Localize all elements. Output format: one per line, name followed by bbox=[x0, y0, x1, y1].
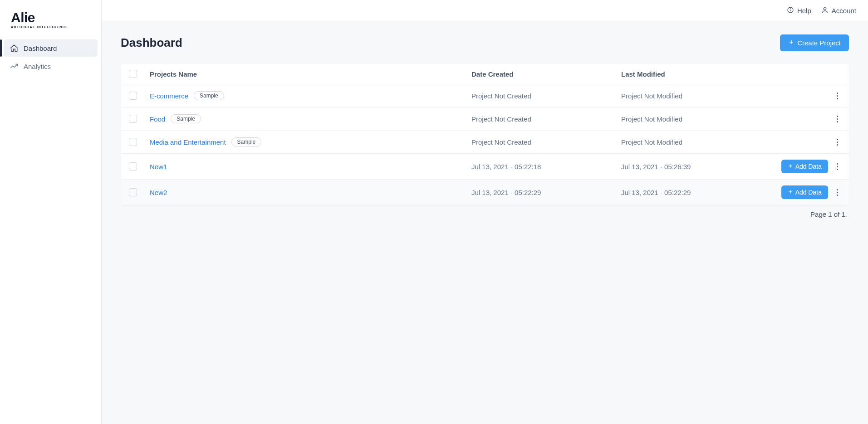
table-header-row: Projects Name Date Created Last Modified bbox=[121, 64, 849, 84]
sidebar-nav: Dashboard Analytics bbox=[0, 37, 101, 78]
pagination-text: Page 1 of 1. bbox=[121, 205, 849, 218]
last-modified-cell: Project Not Modified bbox=[621, 138, 771, 146]
sample-badge: Sample bbox=[194, 91, 224, 100]
date-created-cell: Project Not Created bbox=[471, 138, 621, 146]
sidebar-item-analytics[interactable]: Analytics bbox=[4, 58, 98, 75]
plus-icon bbox=[788, 163, 793, 170]
project-link[interactable]: Media and Entertainment bbox=[150, 138, 226, 146]
sidebar-item-label: Dashboard bbox=[24, 44, 57, 52]
topbar: Help Account bbox=[102, 0, 868, 21]
info-icon bbox=[787, 6, 794, 15]
brand-tagline: ARTIFICIAL INTELLIGENCE bbox=[11, 25, 92, 29]
help-link[interactable]: Help bbox=[787, 6, 811, 15]
row-checkbox[interactable] bbox=[129, 162, 137, 171]
plus-icon bbox=[788, 39, 794, 47]
svg-point-2 bbox=[790, 9, 791, 9]
sample-badge: Sample bbox=[231, 137, 262, 146]
page-title: Dashboard bbox=[121, 36, 182, 50]
row-menu-icon[interactable] bbox=[833, 161, 842, 172]
date-created-cell: Project Not Created bbox=[471, 115, 621, 123]
table-row: New1Jul 13, 2021 - 05:22:18Jul 13, 2021 … bbox=[121, 154, 849, 180]
row-checkbox[interactable] bbox=[129, 115, 137, 123]
trend-icon bbox=[10, 62, 18, 70]
project-link[interactable]: New1 bbox=[150, 163, 167, 171]
date-created-cell: Jul 13, 2021 - 05:22:18 bbox=[471, 163, 621, 171]
add-data-button[interactable]: Add Data bbox=[781, 185, 828, 199]
column-header-name: Projects Name bbox=[150, 70, 471, 78]
brand-name: Alie bbox=[11, 11, 92, 24]
user-icon bbox=[821, 6, 829, 15]
last-modified-cell: Project Not Modified bbox=[621, 92, 771, 100]
table-row: New2Jul 13, 2021 - 05:22:29Jul 13, 2021 … bbox=[121, 180, 849, 205]
sidebar-item-dashboard[interactable]: Dashboard bbox=[4, 39, 98, 57]
row-menu-icon[interactable] bbox=[833, 187, 842, 198]
home-icon bbox=[10, 44, 18, 52]
table-row: Media and EntertainmentSampleProject Not… bbox=[121, 131, 849, 154]
sample-badge: Sample bbox=[171, 114, 201, 123]
sidebar-item-label: Analytics bbox=[24, 63, 51, 70]
project-link[interactable]: New2 bbox=[150, 189, 167, 196]
svg-point-3 bbox=[824, 7, 826, 10]
last-modified-cell: Jul 13, 2021 - 05:26:39 bbox=[621, 163, 771, 171]
row-menu-icon[interactable] bbox=[833, 136, 842, 147]
row-menu-icon[interactable] bbox=[833, 90, 842, 101]
content-area: Dashboard Create Project Projects Name D… bbox=[102, 21, 868, 424]
last-modified-cell: Project Not Modified bbox=[621, 115, 771, 123]
account-link[interactable]: Account bbox=[821, 6, 856, 15]
create-project-button[interactable]: Create Project bbox=[780, 34, 849, 51]
plus-icon bbox=[788, 189, 793, 196]
add-data-label: Add Data bbox=[795, 189, 822, 196]
row-checkbox[interactable] bbox=[129, 92, 137, 100]
last-modified-cell: Jul 13, 2021 - 05:22:29 bbox=[621, 189, 771, 196]
add-data-button[interactable]: Add Data bbox=[781, 160, 828, 173]
brand-logo: Alie ARTIFICIAL INTELLIGENCE bbox=[0, 0, 101, 37]
table-row: E-commerceSampleProject Not CreatedProje… bbox=[121, 84, 849, 107]
date-created-cell: Jul 13, 2021 - 05:22:29 bbox=[471, 189, 621, 196]
page-header: Dashboard Create Project bbox=[121, 34, 849, 51]
table-row: FoodSampleProject Not CreatedProject Not… bbox=[121, 107, 849, 131]
add-data-label: Add Data bbox=[795, 163, 822, 170]
date-created-cell: Project Not Created bbox=[471, 92, 621, 100]
project-link[interactable]: E-commerce bbox=[150, 92, 188, 100]
projects-table: Projects Name Date Created Last Modified… bbox=[121, 64, 849, 205]
row-checkbox[interactable] bbox=[129, 188, 137, 196]
project-link[interactable]: Food bbox=[150, 115, 165, 123]
sidebar: Alie ARTIFICIAL INTELLIGENCE Dashboard A… bbox=[0, 0, 102, 424]
help-label: Help bbox=[797, 7, 811, 15]
select-all-checkbox[interactable] bbox=[129, 70, 137, 78]
row-menu-icon[interactable] bbox=[833, 113, 842, 124]
row-checkbox[interactable] bbox=[129, 138, 137, 146]
column-header-modified: Last Modified bbox=[621, 70, 771, 78]
column-header-created: Date Created bbox=[471, 70, 621, 78]
create-project-label: Create Project bbox=[797, 39, 841, 47]
account-label: Account bbox=[832, 7, 856, 15]
